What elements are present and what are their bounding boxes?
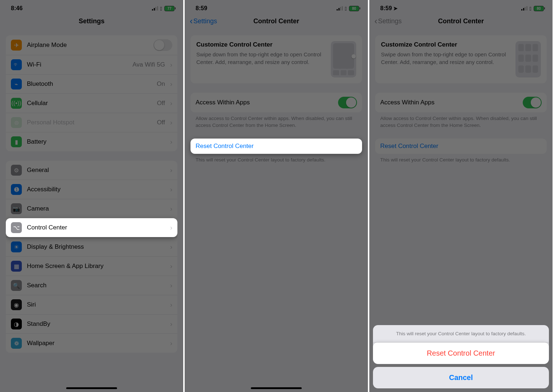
row-label: Home Screen & App Library [27,263,165,270]
nav-bar: Settings [0,14,183,31]
settings-row-wallpaper[interactable]: ❁Wallpaper› [6,333,177,353]
settings-row-cellular[interactable]: ((•))CellularOff› [6,93,177,113]
settings-row-battery[interactable]: ▮Battery› [6,132,177,151]
standby-icon: ◑ [11,319,22,329]
reset-note: This will reset your Control Center layo… [369,154,553,164]
status-time: 8:59 [380,5,392,12]
cellular-signal-icon [152,6,158,11]
cell-icon: ((•)) [11,98,22,109]
row-value: Ava Wifi 5G [133,61,165,68]
chevron-left-icon: ‹ [374,18,377,24]
battery-icon: ▮ [11,136,22,147]
customize-body: Swipe down from the top-right edge to op… [381,51,510,66]
cellular-signal-icon [337,6,343,11]
row-label: Camera [27,205,165,212]
page-title: Control Center [438,17,484,25]
chevron-right-icon: › [170,186,172,193]
wifi-icon: 􀙇 [160,5,162,12]
settings-row-search[interactable]: 🔍Search› [6,276,177,295]
chevron-right-icon: › [170,80,172,88]
chevron-right-icon: › [170,243,172,251]
home-indicator[interactable] [251,387,302,389]
row-value: Off [157,100,165,107]
screenshot-control-center-sheet: 8:59 ➤ 􀙇 80 ‹ Settings Control Center Cu… [369,0,554,392]
row-label: Cellular [27,100,152,107]
wifi-icon: ᯤ [11,59,22,70]
page-title: Control Center [253,17,299,25]
bt-icon: ⌁ [11,79,22,89]
access-toggle[interactable] [338,97,357,108]
wifi-icon: 􀙇 [530,5,531,12]
screenshot-control-center: 8:59 􀙇 80 ‹ Settings Control Center Cust… [185,0,369,392]
row-toggle[interactable] [153,39,172,51]
row-label: General [27,167,165,174]
settings-group-general: ⚙General›➊Accessibility›📷Camera›⌥Control… [6,161,177,353]
settings-row-accessibility[interactable]: ➊Accessibility› [6,180,177,199]
status-time: 8:59 [196,5,207,12]
settings-row-control-center[interactable]: ⌥Control Center› [6,218,177,237]
chevron-right-icon: › [170,320,172,328]
battery-icon: 80 [534,6,544,11]
settings-row-airplane-mode[interactable]: ✈Airplane Mode [6,35,177,55]
access-within-apps-cell: Access Within Apps [190,93,362,112]
access-note: Allow access to Control Center within ap… [369,112,553,129]
reset-control-center-cell: Reset Control Center [375,139,547,154]
customize-cell[interactable]: Customize Control Center Swipe down from… [190,35,362,83]
location-icon: ➤ [393,5,398,11]
settings-row-general[interactable]: ⚙General› [6,161,177,180]
airplane-icon: ✈ [11,40,22,51]
row-label: Control Center [27,224,165,231]
settings-row-home-screen-app-library[interactable]: ▦Home Screen & App Library› [6,256,177,276]
settings-row-personal-hotspot[interactable]: ⊚Personal HotspotOff› [6,113,177,132]
back-button[interactable]: ‹ Settings [190,17,217,25]
settings-row-camera[interactable]: 📷Camera› [6,199,177,218]
reset-label: Reset Control Center [196,143,357,150]
cellular-signal-icon [521,6,527,11]
row-label: Wi-Fi [27,61,128,68]
row-value: On [157,80,165,88]
settings-row-standby[interactable]: ◑StandBy› [6,314,177,333]
row-label: Battery [27,138,165,145]
back-label: Settings [193,17,217,25]
customize-cell: Customize Control Center Swipe down from… [375,35,547,83]
home-indicator[interactable] [66,387,117,389]
customize-body: Swipe down from the top-right edge to op… [196,51,326,66]
row-label: Siri [27,301,165,308]
access-label: Access Within Apps [380,99,518,106]
access-icon: ➊ [11,184,22,195]
chevron-right-icon: › [170,205,172,213]
home-icon: ▦ [11,261,22,272]
settings-row-wi-fi[interactable]: ᯤWi-FiAva Wifi 5G› [6,55,177,74]
row-label: Airplane Mode [27,41,148,49]
siri-icon: ◉ [11,299,22,310]
settings-row-bluetooth[interactable]: ⌁BluetoothOn› [6,74,177,93]
customize-title: Customize Control Center [196,41,326,48]
sheet-reset-button[interactable]: Reset Control Center [373,343,549,364]
access-within-apps-cell: Access Within Apps [375,93,547,112]
settings-row-display-brightness[interactable]: ☀Display & Brightness› [6,237,177,256]
gear-icon: ⚙ [11,165,22,176]
row-label: Personal Hotspot [27,119,152,126]
chevron-right-icon: › [170,61,172,69]
settings-group-connectivity: ✈Airplane ModeᯤWi-FiAva Wifi 5G›⌁Bluetoo… [6,35,177,151]
row-label: StandBy [27,320,165,328]
row-label: Bluetooth [27,80,152,88]
status-time: 8:46 [11,5,23,12]
page-title: Settings [79,17,104,25]
row-label: Display & Brightness [27,243,165,251]
camera-icon: 📷 [11,203,22,214]
chevron-left-icon: ‹ [190,18,193,24]
sheet-cancel-button[interactable]: Cancel [373,367,549,388]
back-button: ‹ Settings [374,17,402,25]
status-bar: 8:46 􀙇 77 [0,0,183,14]
back-label: Settings [378,17,402,25]
access-toggle [523,97,542,108]
settings-row-siri[interactable]: ◉Siri› [6,295,177,314]
wifi-icon: 􀙇 [345,5,347,12]
reset-control-center-cell[interactable]: Reset Control Center [190,139,362,154]
row-label: Accessibility [27,186,165,193]
battery-icon: 80 [349,6,359,11]
chevron-right-icon: › [170,100,172,107]
display-icon: ☀ [11,241,22,252]
battery-icon: 77 [164,6,174,11]
